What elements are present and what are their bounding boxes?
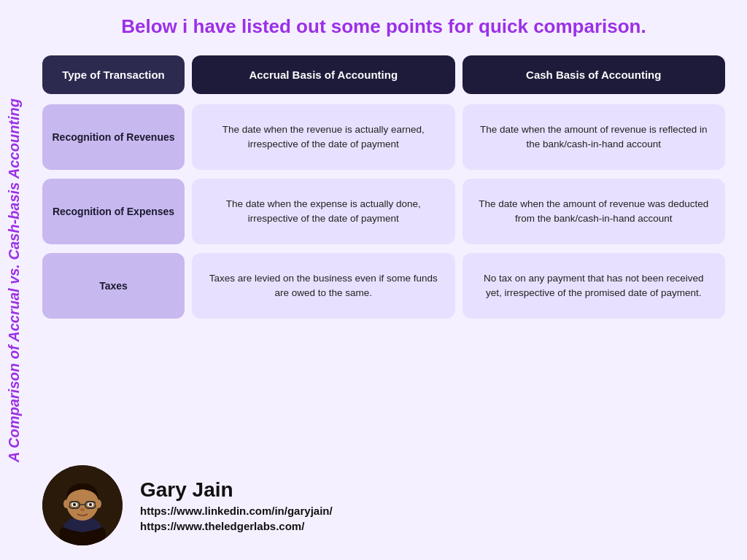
- svg-point-13: [96, 499, 101, 508]
- author-name: Gary Jain: [140, 478, 333, 502]
- col-header-cash: Cash Basis of Accounting: [462, 55, 726, 94]
- table-header-row: Type of Transaction Accrual Basis of Acc…: [42, 55, 725, 94]
- row-accrual-expenses: The date when the expense is actually do…: [192, 179, 455, 244]
- row-cash-expenses: The date when the amount of revenue was …: [462, 179, 726, 244]
- website-link[interactable]: https://www.theledgerlabs.com/: [140, 520, 333, 532]
- footer: Gary Jain https://www.linkedin.com/in/ga…: [42, 458, 725, 545]
- row-label-taxes: Taxes: [42, 253, 185, 319]
- linkedin-link[interactable]: https://www.linkedin.com/in/garyjain/: [140, 505, 333, 517]
- table-row: Recognition of Revenues The date when th…: [42, 104, 725, 170]
- main-content: Below i have listed out some points for …: [28, 0, 747, 560]
- row-label-expenses: Recognition of Expenses: [42, 179, 185, 244]
- svg-point-10: [89, 503, 92, 506]
- page-title: Below i have listed out some points for …: [42, 15, 725, 39]
- row-accrual-taxes: Taxes are levied on the business even if…: [192, 253, 455, 319]
- sidebar-text: A Comparison of Accrual vs. Cash-basis A…: [6, 98, 23, 462]
- row-cash-revenues: The date when the amount of revenue is r…: [462, 104, 726, 170]
- row-label-revenues: Recognition of Revenues: [42, 104, 185, 170]
- avatar: [42, 465, 123, 545]
- row-accrual-revenues: The date when the revenue is actually ea…: [192, 104, 455, 170]
- footer-info: Gary Jain https://www.linkedin.com/in/ga…: [140, 478, 333, 532]
- row-cash-taxes: No tax on any payment that has not been …: [462, 253, 726, 319]
- svg-point-11: [80, 508, 85, 511]
- svg-point-12: [63, 499, 69, 508]
- sidebar-label: A Comparison of Accrual vs. Cash-basis A…: [0, 0, 28, 560]
- svg-point-9: [73, 503, 76, 506]
- col-header-type: Type of Transaction: [42, 55, 185, 94]
- table-row: Recognition of Expenses The date when th…: [42, 179, 725, 244]
- table-row: Taxes Taxes are levied on the business e…: [42, 253, 725, 319]
- col-header-accrual: Accrual Basis of Accounting: [192, 55, 455, 94]
- comparison-table: Type of Transaction Accrual Basis of Acc…: [42, 55, 725, 445]
